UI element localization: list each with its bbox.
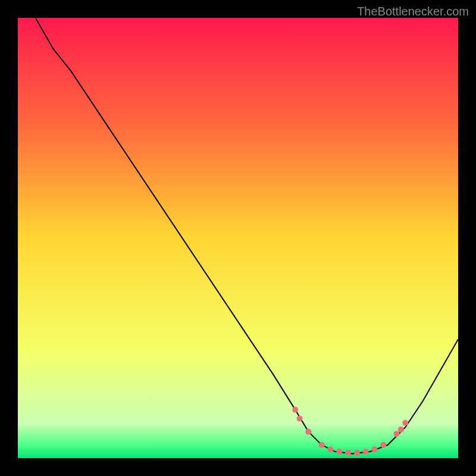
- watermark-text: TheBottlenecker.com: [357, 5, 469, 18]
- marker-point: [336, 449, 342, 455]
- marker-point: [363, 449, 369, 455]
- marker-point: [398, 427, 404, 433]
- marker-point: [327, 446, 333, 452]
- marker-point: [345, 450, 351, 456]
- marker-point: [305, 429, 311, 435]
- marker-point: [402, 420, 408, 426]
- marker-point: [371, 446, 377, 452]
- marker-point: [297, 415, 303, 421]
- marker-point: [354, 450, 360, 456]
- chart-svg: [0, 0, 476, 476]
- marker-point: [393, 431, 399, 437]
- plot-area: [18, 18, 458, 458]
- chart-container: [0, 0, 476, 476]
- marker-point: [319, 442, 325, 448]
- marker-point: [380, 442, 386, 448]
- marker-point: [292, 407, 298, 413]
